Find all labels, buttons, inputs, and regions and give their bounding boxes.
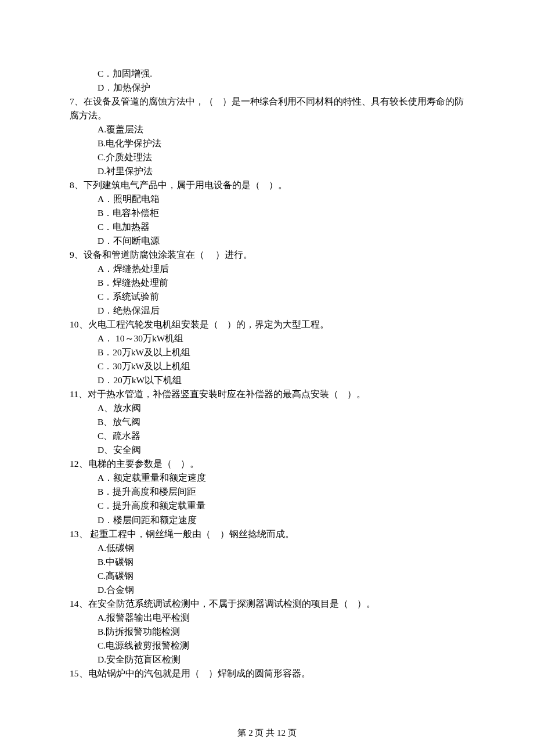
answer-option: B、放气阀 bbox=[98, 415, 464, 429]
question-stem: 11、对于热水管道，补偿器竖直安装时应在补偿器的最高点安装（ ）。 bbox=[70, 387, 464, 401]
answer-option: A．照明配电箱 bbox=[98, 192, 464, 206]
answer-option: B.电化学保护法 bbox=[98, 136, 464, 150]
answer-option: C．提升高度和额定载重量 bbox=[98, 499, 464, 513]
answer-option: C.高碳钢 bbox=[98, 569, 464, 583]
question-stem: 13、 起重工程中，钢丝绳一般由（ ）钢丝捻绕而成。 bbox=[70, 527, 464, 541]
question-stem: 12、电梯的主要参数是（ ）。 bbox=[70, 457, 464, 471]
content-block: C．加固增强. D．加热保护 7、在设备及管道的腐蚀方法中，（ ）是一种综合利用… bbox=[70, 67, 464, 681]
answer-option: D．楼层间距和额定速度 bbox=[98, 513, 464, 527]
page-footer: 第 2 页 共 12 页 bbox=[0, 726, 534, 740]
answer-option: B.防拆报警功能检测 bbox=[98, 625, 464, 639]
answer-option: B.中碳钢 bbox=[98, 555, 464, 569]
answer-option: C．系统试验前 bbox=[98, 290, 464, 304]
answer-option: C．电加热器 bbox=[98, 220, 464, 234]
question-stem: 9、设备和管道防腐蚀涂装宜在（ ）进行。 bbox=[70, 248, 464, 262]
question-stem: 14、在安全防范系统调试检测中，不属于探测器调试检测的项目是（ ）。 bbox=[70, 597, 464, 611]
question-stem: 10、火电工程汽轮发电机组安装是（ ）的，界定为大型工程。 bbox=[70, 318, 464, 332]
answer-option: C、疏水器 bbox=[98, 429, 464, 443]
answer-option: A、放水阀 bbox=[98, 401, 464, 415]
answer-option: C．30万kW及以上机组 bbox=[98, 359, 464, 373]
question-stem: 8、下列建筑电气产品中，属于用电设备的是（ ）。 bbox=[70, 178, 464, 192]
answer-option: A.低碳钢 bbox=[98, 541, 464, 555]
answer-option: A．额定载重量和额定速度 bbox=[98, 471, 464, 485]
answer-option: D．绝热保温后 bbox=[98, 304, 464, 318]
answer-option: B．提升高度和楼层间距 bbox=[98, 485, 464, 499]
answer-option: D.合金钢 bbox=[98, 583, 464, 597]
answer-option: B．焊缝热处理前 bbox=[98, 276, 464, 290]
answer-option: C.介质处理法 bbox=[98, 150, 464, 164]
answer-option: D.衬里保护法 bbox=[98, 164, 464, 178]
answer-option: D.安全防范盲区检测 bbox=[98, 653, 464, 667]
answer-option: D．不间断电源 bbox=[98, 234, 464, 248]
answer-option: A． 10～30万kW机组 bbox=[98, 332, 464, 345]
answer-option: D、安全阀 bbox=[98, 443, 464, 457]
answer-option: B．20万kW及以上机组 bbox=[98, 345, 464, 359]
question-stem: 7、在设备及管道的腐蚀方法中，（ ）是一种综合利用不同材料的特性、具有较长使用寿… bbox=[70, 95, 464, 123]
answer-option: B．电容补偿柜 bbox=[98, 206, 464, 220]
question-stem: 15、电站锅炉中的汽包就是用（ ）焊制成的圆筒形容器。 bbox=[70, 667, 464, 681]
orphan-option: D．加热保护 bbox=[98, 81, 464, 95]
answer-option: A.报警器输出电平检测 bbox=[98, 611, 464, 625]
document-page: C．加固增强. D．加热保护 7、在设备及管道的腐蚀方法中，（ ）是一种综合利用… bbox=[0, 0, 534, 756]
answer-option: A．焊缝热处理后 bbox=[98, 262, 464, 276]
answer-option: A.覆盖层法 bbox=[98, 123, 464, 136]
answer-option: D．20万kW以下机组 bbox=[98, 373, 464, 387]
orphan-option: C．加固增强. bbox=[98, 67, 464, 81]
answer-option: C.电源线被剪报警检测 bbox=[98, 639, 464, 653]
